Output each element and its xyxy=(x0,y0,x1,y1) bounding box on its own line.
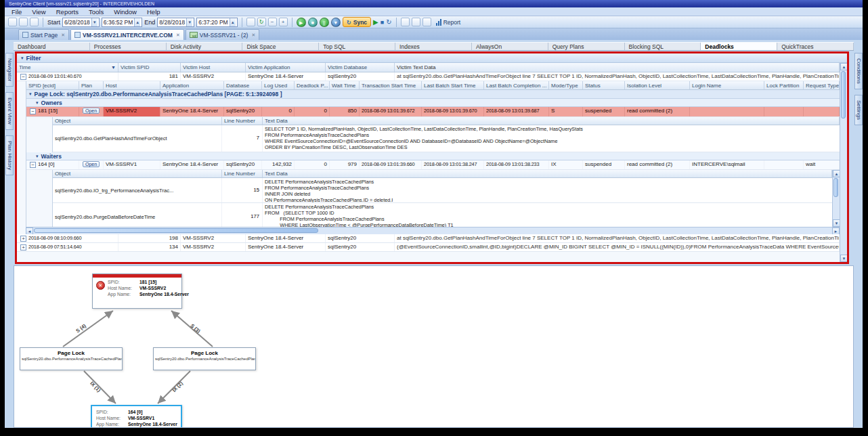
col-log-used[interactable]: Log Used xyxy=(262,81,295,89)
report-button[interactable]: Report xyxy=(433,17,464,27)
page-lock-group-row[interactable]: ▾ Page Lock: sqlSentry20.dbo.Performance… xyxy=(26,90,840,99)
waiter-object-row[interactable]: sqlSentry20.dbo.PurgeDataBeforeDateTime … xyxy=(53,203,832,227)
new-icon[interactable] xyxy=(8,18,17,26)
start-time-field[interactable]: 6:36:52 PM▲ xyxy=(102,18,142,27)
tab-dashboard[interactable]: Dashboard xyxy=(14,43,90,50)
tab-start-page[interactable]: Start Page ✕ xyxy=(18,29,69,40)
close-tab-icon[interactable]: ✕ xyxy=(61,32,65,38)
open-plan-button[interactable]: Open xyxy=(83,108,100,114)
scroll-down-icon[interactable]: ▼ xyxy=(840,255,848,262)
col-text-data[interactable]: Text Data xyxy=(263,117,840,125)
mail-icon[interactable] xyxy=(422,18,431,26)
tab-processes[interactable]: Processes xyxy=(90,43,167,50)
owner-process-row[interactable]: −181 [15] Open VM-SSSRV2 SentryOne 18.4-… xyxy=(26,107,840,117)
stop-watch-button[interactable]: ■ xyxy=(308,18,318,27)
col-object[interactable]: Object xyxy=(53,117,222,125)
page-lock-node-left[interactable]: Page Lock sqlSentry20.dbo.PerformanceAna… xyxy=(20,347,123,370)
undo-icon[interactable]: ↻ xyxy=(257,18,266,26)
tab-server-deadlocks[interactable]: VM-SSSRV21.INTERCERVE.COM ✕ xyxy=(70,29,184,40)
dock-tab-settings[interactable]: Settings xyxy=(854,95,863,125)
detail-grid-hscrollbar[interactable]: ◄ ► xyxy=(26,227,840,234)
zoom-out-icon[interactable]: − xyxy=(268,18,277,26)
collapse-row-icon[interactable]: − xyxy=(20,74,26,80)
dock-tab-navigator[interactable]: Navigator xyxy=(5,53,14,87)
dock-tab-conditions[interactable]: Conditions xyxy=(854,53,863,89)
waiter-process-row[interactable]: −164 [0] Open VM-SSSRV1 SentryOne 18.4-S… xyxy=(26,160,840,170)
owners-group-row[interactable]: ▾ Owners xyxy=(26,99,840,107)
tab-blocking-sql[interactable]: Blocking SQL xyxy=(625,43,701,50)
menu-window[interactable]: Window xyxy=(114,8,137,16)
tab-top-sql[interactable]: Top SQL xyxy=(319,43,395,50)
scroll-up-icon[interactable]: ▲ xyxy=(833,170,840,177)
stop-button[interactable]: ■ xyxy=(381,19,384,26)
open-plan-button[interactable]: Open xyxy=(83,161,100,167)
col-last-batch-start[interactable]: Last Batch Start Time xyxy=(422,81,484,89)
col-login-name[interactable]: Login Name xyxy=(690,81,764,89)
scroll-thumb[interactable] xyxy=(833,178,838,197)
col-application[interactable]: Application xyxy=(160,81,224,89)
scroll-thumb[interactable] xyxy=(34,228,318,233)
start-date-field[interactable]: 6/28/2018▼ xyxy=(62,18,100,27)
dock-tab-event-view[interactable]: Event View xyxy=(5,92,14,130)
start-date-dropdown-icon[interactable]: ▼ xyxy=(91,18,97,26)
tab-deadlocks[interactable]: Deadlocks xyxy=(701,43,777,50)
start-time-spinner[interactable]: ▲ xyxy=(134,18,140,26)
scroll-up-icon[interactable]: ▲ xyxy=(840,63,848,70)
deadlock-row-collapsed[interactable]: +2018-08-09 07:51:14.640 134 VM-SSSRV2 S… xyxy=(17,243,840,252)
history-clock-icon[interactable] xyxy=(246,18,255,26)
collapse-row-icon[interactable]: − xyxy=(30,162,36,168)
dock-tab-plan-history[interactable]: Plan History xyxy=(5,135,14,175)
tab-indexes[interactable]: Indexes xyxy=(395,43,472,50)
col-database[interactable]: Database xyxy=(224,81,262,89)
deadlock-row-expanded[interactable]: −2018-08-09 13:01:40.670 181 VM-SSSRV2 S… xyxy=(17,72,840,81)
tab-query-plans[interactable]: Query Plans xyxy=(548,43,625,50)
col-object[interactable]: Object xyxy=(53,170,222,177)
col-victim-host[interactable]: Victim Host xyxy=(181,63,246,72)
col-victim-database[interactable]: Victim Database xyxy=(326,63,395,72)
col-request-type[interactable]: Request Type xyxy=(804,81,840,89)
window-titlebar[interactable]: SentryOne Client [vm-sssrv21.sqlsentry20… xyxy=(5,0,863,7)
scroll-thumb[interactable] xyxy=(841,71,846,118)
expand-row-icon[interactable]: + xyxy=(20,236,26,242)
col-line-number[interactable]: Line Number xyxy=(222,170,263,177)
refresh-button[interactable]: ↻ xyxy=(386,18,391,26)
waiter-process-node[interactable]: SPID:164 [0] Host Name:VM-SSSRV1 App Nam… xyxy=(91,405,182,428)
end-time-field[interactable]: 6:37:20 PM▲ xyxy=(196,18,237,27)
col-isolation-level[interactable]: Isolation Level xyxy=(625,81,690,89)
victim-process-node[interactable]: ✕ SPID:181 [15] Host Name:VM-SSSRV2 App … xyxy=(92,274,182,309)
col-time[interactable]: Time▼ xyxy=(17,63,118,72)
col-line-number[interactable]: Line Number xyxy=(222,117,263,125)
waiter-object-scrollbar[interactable]: ▲ ▼ xyxy=(832,170,840,227)
play-button[interactable]: ▶ xyxy=(373,18,378,26)
end-date-dropdown-icon[interactable]: ▼ xyxy=(186,18,192,26)
open-dashboard-icon[interactable] xyxy=(401,18,410,26)
waiter-object-row[interactable]: sqlSentry20.dbo.IO_trg_PerformanceAnalys… xyxy=(53,178,832,203)
col-host[interactable]: Host xyxy=(104,81,160,89)
go-button[interactable]: ▶ xyxy=(297,18,306,27)
col-text-data[interactable]: Text Data xyxy=(263,170,832,177)
col-deadlock-priority[interactable]: Deadlock P... xyxy=(295,81,330,89)
menu-help[interactable]: Help xyxy=(147,8,160,16)
close-tab-icon[interactable]: ✕ xyxy=(251,32,255,38)
col-plan[interactable]: Plan xyxy=(79,81,104,89)
menu-view[interactable]: View xyxy=(32,8,45,16)
open-icon[interactable] xyxy=(19,18,28,26)
end-time-spinner[interactable]: ▲ xyxy=(230,18,236,26)
filter-bar[interactable]: ▾ Filter xyxy=(17,53,847,63)
col-victim-application[interactable]: Victim Application xyxy=(246,63,326,72)
tab-disk-space[interactable]: Disk Space xyxy=(242,43,319,50)
jump-button[interactable]: ▼ xyxy=(331,18,341,27)
col-spid-ecid[interactable]: SPID [ecid] xyxy=(26,81,79,89)
sync-button[interactable]: ↻Sync xyxy=(343,17,371,27)
col-status[interactable]: Status xyxy=(583,81,625,89)
tab-quicktraces[interactable]: QuickTraces xyxy=(777,43,854,50)
close-tab-icon[interactable]: ✕ xyxy=(176,32,180,38)
tab-disk-activity[interactable]: Disk Activity xyxy=(167,43,243,50)
deadlock-row-collapsed[interactable]: +2018-08-09 08:10:09.660 198 VM-SSSRV2 S… xyxy=(17,234,840,243)
filter-dropdown-icon[interactable]: ▼ xyxy=(111,65,116,70)
save-dashboard-icon[interactable] xyxy=(412,18,420,26)
col-transaction-start[interactable]: Transaction Start Time xyxy=(360,81,422,89)
collapse-row-icon[interactable]: − xyxy=(30,108,36,114)
end-date-field[interactable]: 8/28/2018▼ xyxy=(157,18,194,27)
tab-alwayson[interactable]: AlwaysOn xyxy=(472,43,548,50)
